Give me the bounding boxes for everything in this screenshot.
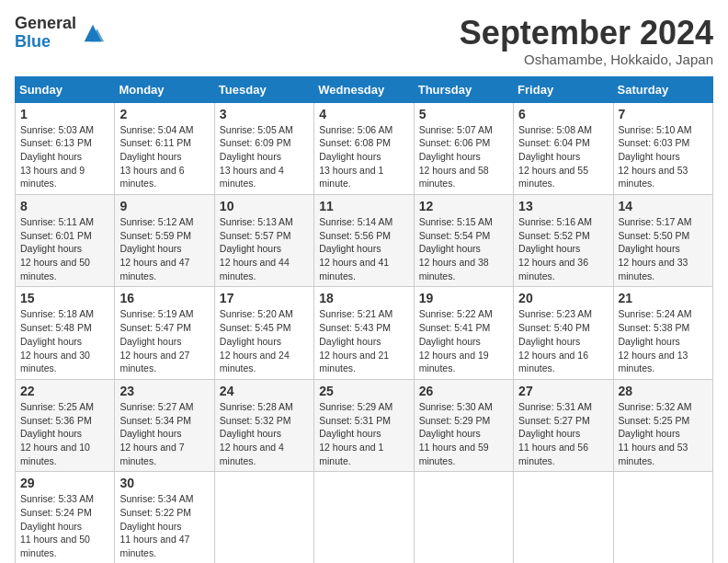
- calendar-table: SundayMondayTuesdayWednesdayThursdayFrid…: [15, 76, 713, 563]
- day-detail: Sunrise: 5:05 AMSunset: 6:09 PMDaylight …: [220, 124, 293, 190]
- calendar-cell: 6 Sunrise: 5:08 AMSunset: 6:04 PMDayligh…: [514, 102, 613, 194]
- calendar-cell: 21 Sunrise: 5:24 AMSunset: 5:38 PMDaylig…: [613, 287, 712, 379]
- day-number: 25: [319, 384, 408, 398]
- calendar-week-row: 15 Sunrise: 5:18 AMSunset: 5:48 PMDaylig…: [16, 287, 713, 379]
- day-number: 22: [20, 384, 109, 398]
- day-detail: Sunrise: 5:10 AMSunset: 6:03 PMDaylight …: [619, 124, 692, 190]
- day-of-week-header: Monday: [115, 76, 214, 102]
- calendar-cell: 12 Sunrise: 5:15 AMSunset: 5:54 PMDaylig…: [414, 195, 513, 287]
- day-detail: Sunrise: 5:14 AMSunset: 5:56 PMDaylight …: [319, 216, 392, 282]
- page-header: General Blue September 2024 Oshamambe, H…: [15, 15, 713, 67]
- day-number: 24: [220, 384, 309, 398]
- day-detail: Sunrise: 5:04 AMSunset: 6:11 PMDaylight …: [119, 124, 193, 190]
- day-of-week-header: Wednesday: [314, 76, 414, 102]
- day-number: 6: [518, 107, 608, 121]
- calendar-cell: 22 Sunrise: 5:25 AMSunset: 5:36 PMDaylig…: [16, 379, 115, 471]
- calendar-week-row: 1 Sunrise: 5:03 AMSunset: 6:13 PMDayligh…: [16, 102, 713, 194]
- day-detail: Sunrise: 5:33 AMSunset: 5:24 PMDaylight …: [20, 493, 94, 558]
- day-number: 1: [20, 107, 109, 121]
- day-detail: Sunrise: 5:03 AMSunset: 6:13 PMDaylight …: [20, 124, 94, 190]
- calendar-cell: 29 Sunrise: 5:33 AMSunset: 5:24 PMDaylig…: [16, 472, 115, 563]
- calendar-cell: 28 Sunrise: 5:32 AMSunset: 5:25 PMDaylig…: [613, 379, 712, 471]
- day-number: 16: [119, 291, 209, 305]
- calendar-cell: 24 Sunrise: 5:28 AMSunset: 5:32 PMDaylig…: [214, 379, 313, 471]
- day-detail: Sunrise: 5:23 AMSunset: 5:40 PMDaylight …: [518, 308, 592, 373]
- day-number: 3: [220, 107, 309, 121]
- day-number: 8: [20, 199, 109, 213]
- logo-icon: [80, 20, 106, 46]
- day-detail: Sunrise: 5:18 AMSunset: 5:48 PMDaylight …: [20, 308, 94, 373]
- calendar-cell: [214, 472, 313, 563]
- calendar-cell: 15 Sunrise: 5:18 AMSunset: 5:48 PMDaylig…: [16, 287, 115, 379]
- day-of-week-header: Friday: [514, 76, 613, 102]
- day-number: 15: [20, 291, 109, 305]
- calendar-cell: [314, 472, 414, 563]
- calendar-cell: 30 Sunrise: 5:34 AMSunset: 5:22 PMDaylig…: [115, 472, 214, 563]
- calendar-cell: 5 Sunrise: 5:07 AMSunset: 6:06 PMDayligh…: [414, 102, 513, 194]
- logo-blue-text: Blue: [15, 33, 76, 52]
- day-detail: Sunrise: 5:17 AMSunset: 5:50 PMDaylight …: [619, 216, 692, 282]
- day-detail: Sunrise: 5:20 AMSunset: 5:45 PMDaylight …: [220, 308, 293, 373]
- day-number: 4: [319, 107, 408, 121]
- calendar-cell: [414, 472, 513, 563]
- day-detail: Sunrise: 5:29 AMSunset: 5:31 PMDaylight …: [319, 401, 392, 466]
- day-number: 11: [319, 199, 408, 213]
- day-detail: Sunrise: 5:32 AMSunset: 5:25 PMDaylight …: [619, 401, 692, 466]
- calendar-cell: 14 Sunrise: 5:17 AMSunset: 5:50 PMDaylig…: [613, 195, 712, 287]
- day-detail: Sunrise: 5:30 AMSunset: 5:29 PMDaylight …: [419, 401, 493, 466]
- day-detail: Sunrise: 5:06 AMSunset: 6:08 PMDaylight …: [319, 124, 392, 190]
- day-number: 23: [119, 384, 209, 398]
- calendar-cell: 17 Sunrise: 5:20 AMSunset: 5:45 PMDaylig…: [214, 287, 313, 379]
- day-number: 28: [619, 384, 708, 398]
- day-detail: Sunrise: 5:25 AMSunset: 5:36 PMDaylight …: [20, 401, 94, 466]
- calendar-header-row: SundayMondayTuesdayWednesdayThursdayFrid…: [16, 76, 713, 102]
- day-detail: Sunrise: 5:11 AMSunset: 6:01 PMDaylight …: [20, 216, 94, 282]
- calendar-cell: 1 Sunrise: 5:03 AMSunset: 6:13 PMDayligh…: [16, 102, 115, 194]
- day-detail: Sunrise: 5:27 AMSunset: 5:34 PMDaylight …: [119, 401, 193, 466]
- day-number: 18: [319, 291, 408, 305]
- calendar-cell: [613, 472, 712, 563]
- calendar-cell: 26 Sunrise: 5:30 AMSunset: 5:29 PMDaylig…: [414, 379, 513, 471]
- calendar-week-row: 29 Sunrise: 5:33 AMSunset: 5:24 PMDaylig…: [16, 472, 713, 563]
- calendar-cell: 20 Sunrise: 5:23 AMSunset: 5:40 PMDaylig…: [514, 287, 613, 379]
- day-detail: Sunrise: 5:16 AMSunset: 5:52 PMDaylight …: [518, 216, 592, 282]
- month-title: September 2024: [460, 15, 713, 52]
- day-detail: Sunrise: 5:08 AMSunset: 6:04 PMDaylight …: [518, 124, 592, 190]
- day-number: 30: [119, 476, 209, 490]
- day-detail: Sunrise: 5:19 AMSunset: 5:47 PMDaylight …: [119, 308, 193, 373]
- day-detail: Sunrise: 5:22 AMSunset: 5:41 PMDaylight …: [419, 308, 493, 373]
- day-number: 29: [20, 476, 109, 490]
- location-title: Oshamambe, Hokkaido, Japan: [460, 52, 713, 67]
- day-detail: Sunrise: 5:21 AMSunset: 5:43 PMDaylight …: [319, 308, 392, 373]
- title-area: September 2024 Oshamambe, Hokkaido, Japa…: [460, 15, 713, 67]
- calendar-cell: 11 Sunrise: 5:14 AMSunset: 5:56 PMDaylig…: [314, 195, 414, 287]
- day-number: 26: [419, 384, 508, 398]
- day-number: 19: [419, 291, 508, 305]
- calendar-cell: 9 Sunrise: 5:12 AMSunset: 5:59 PMDayligh…: [115, 195, 214, 287]
- day-of-week-header: Saturday: [613, 76, 712, 102]
- calendar-cell: 10 Sunrise: 5:13 AMSunset: 5:57 PMDaylig…: [214, 195, 313, 287]
- calendar-cell: [514, 472, 613, 563]
- day-detail: Sunrise: 5:24 AMSunset: 5:38 PMDaylight …: [619, 308, 692, 373]
- calendar-cell: 8 Sunrise: 5:11 AMSunset: 6:01 PMDayligh…: [16, 195, 115, 287]
- calendar-cell: 23 Sunrise: 5:27 AMSunset: 5:34 PMDaylig…: [115, 379, 214, 471]
- day-of-week-header: Thursday: [414, 76, 513, 102]
- logo-general-text: General: [15, 15, 76, 33]
- day-detail: Sunrise: 5:13 AMSunset: 5:57 PMDaylight …: [220, 216, 293, 282]
- day-detail: Sunrise: 5:28 AMSunset: 5:32 PMDaylight …: [220, 401, 293, 466]
- day-detail: Sunrise: 5:07 AMSunset: 6:06 PMDaylight …: [419, 124, 493, 190]
- day-detail: Sunrise: 5:12 AMSunset: 5:59 PMDaylight …: [119, 216, 193, 282]
- day-number: 5: [419, 107, 508, 121]
- calendar-cell: 7 Sunrise: 5:10 AMSunset: 6:03 PMDayligh…: [613, 102, 712, 194]
- day-of-week-header: Sunday: [16, 76, 115, 102]
- calendar-cell: 13 Sunrise: 5:16 AMSunset: 5:52 PMDaylig…: [514, 195, 613, 287]
- day-number: 2: [119, 107, 209, 121]
- calendar-cell: 4 Sunrise: 5:06 AMSunset: 6:08 PMDayligh…: [314, 102, 414, 194]
- day-number: 27: [518, 384, 608, 398]
- calendar-cell: 2 Sunrise: 5:04 AMSunset: 6:11 PMDayligh…: [115, 102, 214, 194]
- day-number: 9: [119, 199, 209, 213]
- day-number: 21: [619, 291, 708, 305]
- day-number: 7: [619, 107, 708, 121]
- calendar-week-row: 8 Sunrise: 5:11 AMSunset: 6:01 PMDayligh…: [16, 195, 713, 287]
- calendar-cell: 16 Sunrise: 5:19 AMSunset: 5:47 PMDaylig…: [115, 287, 214, 379]
